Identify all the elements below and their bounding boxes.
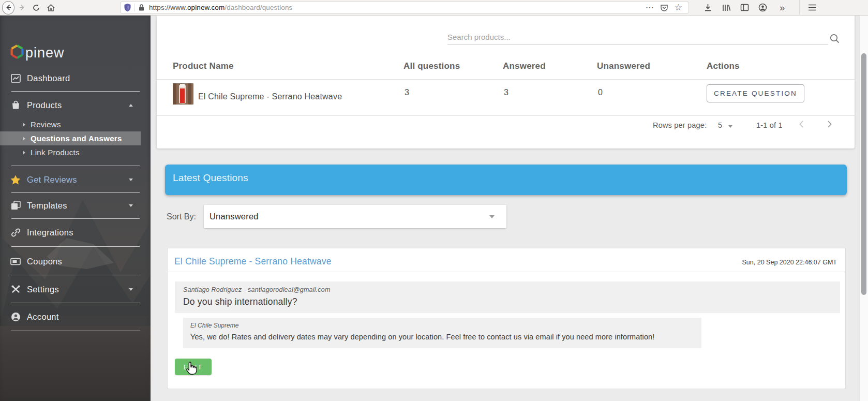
previous-page-icon[interactable] bbox=[799, 120, 804, 128]
unanswered-value: 0 bbox=[598, 88, 603, 97]
products-bag-icon bbox=[10, 100, 21, 110]
column-header-product-name: Product Name bbox=[173, 61, 234, 71]
downloads-icon[interactable] bbox=[704, 3, 712, 12]
edit-button[interactable]: EDIT bbox=[175, 359, 212, 375]
search-icon[interactable] bbox=[829, 33, 840, 44]
url-bar[interactable]: https://www.opinew.com/dashboard/questio… bbox=[120, 2, 689, 13]
sort-by-label: Sort By: bbox=[167, 212, 196, 221]
sidebar-item-integrations[interactable]: Integrations bbox=[0, 225, 151, 240]
chevron-right-icon bbox=[23, 123, 25, 127]
next-page-icon[interactable] bbox=[827, 120, 832, 128]
forward-button[interactable] bbox=[14, 1, 29, 15]
person-circle-icon bbox=[10, 312, 21, 322]
sidebar-item-get-reviews[interactable]: Get Reviews bbox=[0, 172, 151, 187]
answer-text: Yes, we do! Rates and delivery dates may… bbox=[190, 333, 694, 341]
sidebar-divider bbox=[11, 246, 140, 247]
sidebar-item-label: Get Reviews bbox=[27, 175, 77, 185]
question-card: El Chile Supreme - Serrano Heatwave Sun,… bbox=[167, 248, 846, 389]
sidebar-item-account[interactable]: Account bbox=[0, 309, 151, 324]
forward-icon bbox=[18, 4, 26, 11]
sidebar-item-coupons[interactable]: Coupons bbox=[0, 254, 151, 269]
page-actions-icon[interactable]: ⋯ bbox=[642, 4, 657, 12]
pocket-icon[interactable] bbox=[660, 4, 668, 12]
card-divider bbox=[168, 272, 845, 272]
product-name[interactable]: El Chile Supreme - Serrano Heatwave bbox=[198, 92, 342, 101]
search-input[interactable] bbox=[447, 30, 828, 44]
question-product-link[interactable]: El Chile Supreme - Serrano Heatwave bbox=[174, 256, 332, 267]
lock-icon bbox=[138, 4, 145, 11]
scrollbar-thumb[interactable] bbox=[861, 53, 866, 295]
rows-per-page-value[interactable]: 5 bbox=[718, 121, 722, 129]
hamburger-icon bbox=[808, 4, 816, 11]
sidebar-item-label: Integrations bbox=[27, 228, 73, 237]
chevron-right-icon bbox=[23, 137, 25, 141]
toolbar-right-icons: » bbox=[704, 3, 788, 12]
app-window: https://www.opinew.com/dashboard/questio… bbox=[0, 0, 868, 401]
logo-text: pinew bbox=[25, 45, 65, 61]
sort-by-select[interactable]: Unanswered bbox=[204, 205, 506, 228]
star-icon bbox=[10, 175, 21, 185]
account-icon[interactable] bbox=[758, 3, 767, 12]
sidebar-divider bbox=[11, 303, 140, 303]
chevron-right-icon bbox=[23, 151, 25, 155]
latest-questions-header: Latest Questions bbox=[165, 165, 847, 195]
sidebar-item-label: Products bbox=[27, 100, 62, 110]
sidebar-divider bbox=[11, 91, 140, 92]
sidebar-item-settings[interactable]: Settings bbox=[0, 281, 151, 297]
question-date: Sun, 20 Sep 2020 22:46:07 GMT bbox=[742, 259, 837, 266]
sidebar-divider bbox=[11, 275, 140, 275]
opinew-logo[interactable]: pinew bbox=[9, 44, 65, 62]
tracking-shield-icon bbox=[124, 3, 131, 12]
home-icon bbox=[47, 4, 55, 12]
sidebar-item-dashboard[interactable]: Dashboard bbox=[0, 70, 151, 86]
menu-button[interactable] bbox=[799, 0, 816, 16]
question-text: Do you ship internationally? bbox=[183, 296, 832, 307]
sidebar-divider bbox=[11, 331, 140, 331]
product-thumbnail bbox=[173, 83, 193, 105]
opinew-hexagon-icon bbox=[9, 44, 25, 62]
answer-author: El Chile Supreme bbox=[190, 322, 694, 329]
sidebar-item-products[interactable]: Products bbox=[0, 97, 151, 113]
back-button[interactable] bbox=[0, 1, 14, 15]
select-caret-icon bbox=[489, 215, 495, 218]
link-icon bbox=[10, 228, 21, 237]
back-icon bbox=[2, 1, 14, 14]
sidebar-divider bbox=[11, 218, 140, 219]
templates-icon bbox=[10, 201, 21, 210]
create-question-button[interactable]: CREATE QUESTION bbox=[707, 84, 804, 102]
caret-down-icon bbox=[129, 288, 133, 291]
sidebar-item-link-products[interactable]: Link Products bbox=[0, 145, 141, 159]
browser-toolbar: https://www.opinew.com/dashboard/questio… bbox=[0, 0, 868, 16]
sidebar-item-label: Dashboard bbox=[27, 73, 70, 83]
urlbar-separator bbox=[134, 4, 135, 11]
url-scheme: https://www. bbox=[149, 4, 187, 11]
question-block: Santiago Rodriguez - santiagorodleal@gma… bbox=[175, 281, 840, 313]
reload-button[interactable] bbox=[29, 1, 43, 15]
caret-down-icon bbox=[129, 204, 133, 207]
table-header-divider bbox=[157, 79, 855, 80]
sidebar-divider bbox=[11, 166, 140, 166]
dashboard-icon bbox=[10, 74, 21, 83]
caret-down-icon bbox=[129, 179, 133, 181]
column-header-all-questions: All questions bbox=[403, 61, 460, 71]
sidebar-item-reviews[interactable]: Reviews bbox=[0, 117, 141, 131]
column-header-answered: Answered bbox=[503, 61, 546, 71]
latest-questions-title: Latest Questions bbox=[173, 172, 248, 184]
library-icon[interactable] bbox=[722, 4, 731, 12]
sidebar-item-label: Templates bbox=[27, 201, 67, 211]
question-author: Santiago Rodriguez - santiagorodleal@gma… bbox=[183, 286, 832, 293]
answer-block: El Chile Supreme Yes, we do! Rates and d… bbox=[183, 318, 701, 348]
window-scrollbar[interactable] bbox=[859, 16, 868, 401]
sidebar-item-label: Coupons bbox=[27, 257, 62, 266]
all-questions-value: 3 bbox=[405, 88, 409, 97]
sidebar-subitem-label: Reviews bbox=[31, 120, 61, 129]
overflow-menu-icon[interactable]: » bbox=[776, 3, 788, 12]
bookmark-star-icon[interactable]: ☆ bbox=[671, 3, 685, 12]
sidebar-item-templates[interactable]: Templates bbox=[0, 198, 151, 213]
sidebar-toggle-icon[interactable] bbox=[740, 4, 749, 11]
sort-by-value: Unanswered bbox=[209, 212, 259, 221]
sidebar-item-questions-and-answers[interactable]: Questions and Answers bbox=[0, 131, 141, 145]
sidebar-item-label: Account bbox=[27, 312, 59, 322]
home-button[interactable] bbox=[43, 1, 58, 15]
rows-per-page-caret-icon[interactable] bbox=[728, 125, 732, 128]
